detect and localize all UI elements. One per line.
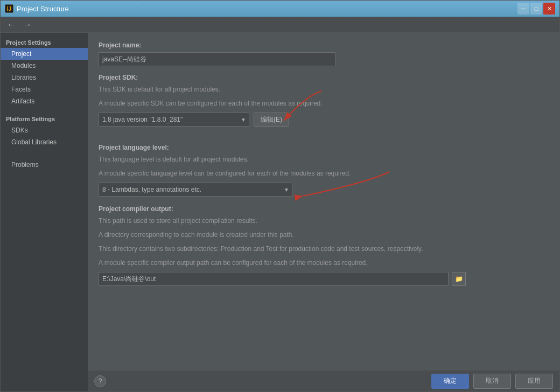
cancel-button[interactable]: 取消: [473, 374, 511, 389]
language-row: 8 - Lambdas, type annotations etc. ▼: [99, 183, 292, 197]
compiler-output-desc2: A directory corresponding to each module…: [99, 230, 549, 240]
language-dropdown[interactable]: 8 - Lambdas, type annotations etc.: [99, 183, 292, 197]
project-language-desc1: This language level is default for all p…: [99, 155, 549, 164]
toolbar: ← →: [1, 17, 559, 33]
project-sdk-label: Project SDK:: [99, 74, 549, 81]
content-inner: Project name: Project SDK: This SDK is d…: [88, 33, 559, 370]
project-sdk-desc2: A module specific SDK can be configured …: [99, 99, 549, 108]
sdk-row: 1.8 java version "1.8.0_281" ▼ 编辑(E): [99, 113, 289, 135]
compiler-output-desc3: This directory contains two subdirectori…: [99, 244, 549, 254]
sidebar-item-artifacts[interactable]: Artifacts: [1, 95, 88, 107]
compiler-output-label: Project compiler output:: [99, 205, 549, 213]
platform-settings-header: Platform Settings: [1, 111, 88, 124]
main-window: IJ Project Structure ─ □ ✕ ← → Project S…: [0, 0, 560, 392]
title-bar: IJ Project Structure ─ □ ✕: [1, 1, 559, 17]
language-dropdown-wrapper: 8 - Lambdas, type annotations etc. ▼: [99, 183, 292, 197]
window-title: Project Structure: [17, 5, 69, 13]
sidebar: Project Settings Project Modules Librari…: [1, 33, 88, 391]
sidebar-item-project[interactable]: Project: [1, 48, 88, 60]
close-button[interactable]: ✕: [543, 3, 555, 15]
sdk-dropdown[interactable]: 1.8 java version "1.8.0_281": [99, 113, 249, 127]
bottom-bar: ? 确定 取消 应用: [88, 370, 559, 391]
compiler-output-desc1: This path is used to store all project c…: [99, 216, 549, 226]
edit-sdk-button[interactable]: 编辑(E): [254, 113, 289, 127]
maximize-button[interactable]: □: [530, 3, 542, 15]
bottom-left: ?: [94, 375, 106, 387]
browse-folder-button[interactable]: 📁: [452, 272, 466, 286]
project-language-label: Project language level:: [99, 144, 549, 151]
compiler-output-row: 📁: [99, 272, 549, 286]
folder-icon: 📁: [455, 275, 463, 283]
ok-button[interactable]: 确定: [431, 374, 469, 389]
bottom-right: 确定 取消 应用: [431, 374, 553, 389]
project-name-input[interactable]: [99, 52, 335, 66]
back-button[interactable]: ←: [5, 19, 18, 31]
apply-button[interactable]: 应用: [515, 374, 553, 389]
title-bar-left: IJ Project Structure: [5, 4, 69, 13]
project-sdk-desc1: This SDK is default for all project modu…: [99, 85, 549, 94]
app-icon: IJ: [5, 4, 13, 13]
sidebar-item-modules[interactable]: Modules: [1, 60, 88, 72]
spacer-header: [1, 152, 88, 159]
title-bar-controls: ─ □ ✕: [517, 3, 555, 15]
project-name-label: Project name:: [99, 41, 549, 49]
content-area: Project name: Project SDK: This SDK is d…: [88, 33, 559, 391]
help-button[interactable]: ?: [94, 375, 106, 387]
sidebar-item-problems[interactable]: Problems: [1, 159, 88, 171]
project-language-desc2: A module specific language level can be …: [99, 169, 549, 178]
sdk-dropdown-wrapper: 1.8 java version "1.8.0_281" ▼: [99, 113, 249, 127]
sidebar-item-global-libraries[interactable]: Global Libraries: [1, 136, 88, 148]
sidebar-item-facets[interactable]: Facets: [1, 83, 88, 95]
compiler-output-desc4: A module specific compiler output path c…: [99, 258, 549, 268]
sidebar-item-sdks[interactable]: SDKs: [1, 124, 88, 136]
compiler-output-input[interactable]: [99, 272, 449, 286]
project-settings-header: Project Settings: [1, 35, 88, 48]
main-layout: Project Settings Project Modules Librari…: [1, 33, 559, 391]
forward-button[interactable]: →: [21, 19, 34, 31]
minimize-button[interactable]: ─: [517, 3, 529, 15]
sidebar-item-libraries[interactable]: Libraries: [1, 72, 88, 83]
